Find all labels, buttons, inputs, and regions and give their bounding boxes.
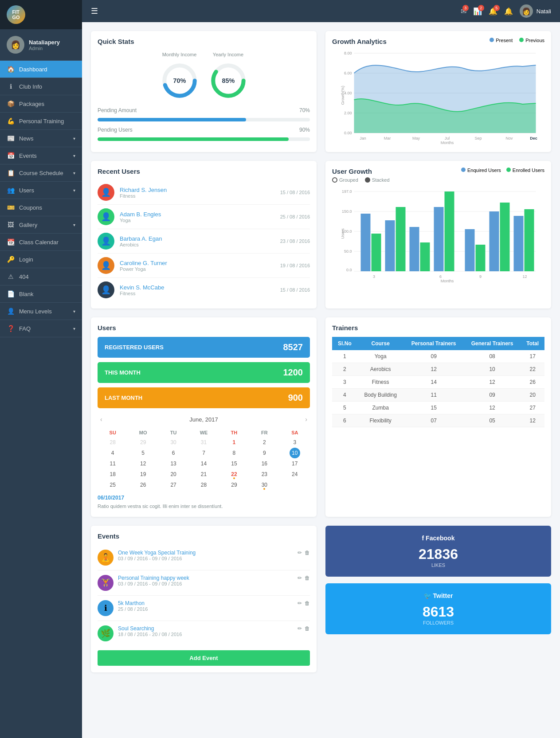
sidebar-item-blank[interactable]: 📄 Blank xyxy=(0,285,82,302)
alert-badge: 5 xyxy=(493,5,500,11)
cal-day[interactable]: 11 xyxy=(98,458,128,469)
sidebar-item-coupons[interactable]: 🎫 Coupons xyxy=(0,199,82,216)
user-item: 👤 Richard S. Jensen Fitness 15 / 08 / 20… xyxy=(98,180,310,205)
cal-day[interactable]: 25 xyxy=(98,480,128,490)
cal-day[interactable]: 30 xyxy=(249,480,279,490)
user-details: Caroline G. Turner Power Yoga xyxy=(120,260,275,272)
delete-event-button[interactable]: 🗑 xyxy=(305,575,310,581)
user-name[interactable]: Barbara A. Egan xyxy=(120,235,275,242)
legend-enquired: Enquired Users xyxy=(461,168,501,173)
sidebar-item-gallery[interactable]: 🖼 Gallery ▾ xyxy=(0,216,82,233)
cal-next-btn[interactable]: › xyxy=(302,415,310,424)
sidebar-item-faq[interactable]: ❓ FAQ ▾ xyxy=(0,320,82,337)
sidebar-item-news[interactable]: 📰 News ▾ xyxy=(0,130,82,147)
cal-day[interactable]: 14 xyxy=(188,458,219,469)
pending-users-row: Pending Users 90% xyxy=(98,127,310,141)
cal-day[interactable]: 22 xyxy=(219,469,249,480)
cal-day[interactable]: 18 xyxy=(98,469,128,480)
delete-event-button[interactable]: 🗑 xyxy=(305,600,310,606)
sidebar-item-events[interactable]: 📅 Events ▾ xyxy=(0,147,82,164)
cal-day[interactable]: 1 xyxy=(219,437,249,448)
twitter-card: 🐦 Twitter 8613 FOLLOWERS xyxy=(325,583,551,634)
cal-day[interactable]: 8 xyxy=(219,448,249,458)
sidebar-item-menu-levels[interactable]: 👤 Menu Levels ▾ xyxy=(0,303,82,320)
cal-day[interactable]: 29 xyxy=(219,480,249,490)
notif-icon[interactable]: 🔔 xyxy=(504,8,513,15)
cal-day[interactable]: 28 xyxy=(188,480,219,490)
cal-day[interactable] xyxy=(280,480,310,490)
cal-day[interactable]: 30 xyxy=(158,437,188,448)
sidebar-item-course-schedule[interactable]: 📋 Course Schedule ▾ xyxy=(0,164,82,181)
user-date: 19 / 08 / 2016 xyxy=(280,263,310,268)
sidebar-item-personal-training[interactable]: 💪 Personal Training xyxy=(0,113,82,129)
facebook-sub: LIKES xyxy=(334,562,542,568)
event-name[interactable]: Personal Training happy week xyxy=(118,575,293,581)
cal-day[interactable]: 19 xyxy=(128,469,158,480)
add-event-button[interactable]: Add Event xyxy=(98,650,310,666)
cal-day[interactable]: 5 xyxy=(128,448,158,458)
edit-event-button[interactable]: ✏ xyxy=(298,550,302,556)
cal-day[interactable]: 2 xyxy=(249,437,279,448)
sidebar-item-dashboard[interactable]: 🏠 Dashboard xyxy=(0,61,82,78)
td-total: 12 xyxy=(521,414,544,427)
cal-day[interactable]: 9 xyxy=(249,448,279,458)
event-name[interactable]: 5k Marthon xyxy=(118,600,293,606)
pending-users-pct: 90% xyxy=(299,127,310,133)
topbar-user[interactable]: 👩 Natali xyxy=(520,4,551,18)
user-name[interactable]: Richard S. Jensen xyxy=(120,187,275,193)
svg-text:4.00: 4.00 xyxy=(344,91,352,95)
cal-prev-btn[interactable]: ‹ xyxy=(98,415,105,424)
user-name[interactable]: Adam B. Engles xyxy=(120,211,275,218)
edit-event-button[interactable]: ✏ xyxy=(298,600,302,606)
cal-day[interactable]: 23 xyxy=(249,469,279,480)
edit-event-button[interactable]: ✏ xyxy=(298,575,302,581)
row-2: Recent Users 👤 Richard S. Jensen Fitness… xyxy=(91,161,551,308)
cal-day[interactable]: 12 xyxy=(128,458,158,469)
user-name[interactable]: Kevin S. McCabe xyxy=(120,284,275,291)
delete-event-button[interactable]: 🗑 xyxy=(305,550,310,556)
cal-day[interactable]: 28 xyxy=(98,437,128,448)
table-row: 4 Body Building 11 09 20 xyxy=(332,389,544,402)
recent-users-title: Recent Users xyxy=(98,168,310,175)
cal-day[interactable]: 20 xyxy=(158,469,188,480)
cal-day[interactable]: 7 xyxy=(188,448,219,458)
cal-day[interactable]: 3 xyxy=(280,437,310,448)
cal-day[interactable]: 26 xyxy=(128,480,158,490)
delete-event-button[interactable]: 🗑 xyxy=(305,625,310,632)
td-no: 4 xyxy=(332,389,357,402)
row-1: Quick Stats Monthly Income 70% Yearly In… xyxy=(91,31,551,152)
cal-day[interactable]: 13 xyxy=(158,458,188,469)
event-actions: ✏ 🗑 xyxy=(298,550,310,556)
event-name[interactable]: Soul Searching xyxy=(118,625,293,632)
cal-day[interactable]: 29 xyxy=(128,437,158,448)
cal-day[interactable]: 6 xyxy=(158,448,188,458)
cal-day[interactable]: 31 xyxy=(188,437,219,448)
cal-day[interactable]: 21 xyxy=(188,469,219,480)
hamburger-icon[interactable]: ☰ xyxy=(91,6,98,16)
cal-day[interactable]: 10 xyxy=(290,448,300,458)
sidebar-item-login[interactable]: 🔑 Login xyxy=(0,251,82,268)
sidebar-item-packages[interactable]: 📦 Packages xyxy=(0,95,82,112)
sidebar-item-users[interactable]: 👥 Users ▾ xyxy=(0,182,82,199)
user-name[interactable]: Caroline G. Turner xyxy=(120,260,275,266)
cal-day[interactable]: 4 xyxy=(98,448,128,458)
cal-day[interactable]: 27 xyxy=(158,480,188,490)
cal-day[interactable]: 17 xyxy=(280,458,310,469)
calendar-wrap: ‹ June, 2017 › SU MO TU WE TH FR SA xyxy=(98,415,310,510)
pending-amount-bar xyxy=(98,118,310,121)
stacked-option[interactable]: Stacked xyxy=(365,177,390,183)
td-total: 27 xyxy=(521,402,544,414)
event-name[interactable]: One Week Yoga Special Training xyxy=(118,550,293,556)
cal-sun: SU xyxy=(98,428,128,437)
cal-day[interactable]: 15 xyxy=(219,458,249,469)
sidebar-item-class-calendar[interactable]: 📆 Class Calendar xyxy=(0,234,82,250)
sidebar-item-club-info[interactable]: ℹ Club Info xyxy=(0,78,82,95)
sidebar-nav: 🏠 Dashboard ℹ Club Info 📦 Packages 💪 Per… xyxy=(0,61,82,337)
sidebar-item-404[interactable]: ⚠ 404 xyxy=(0,268,82,285)
edit-event-button[interactable]: ✏ xyxy=(298,625,302,632)
td-total: 26 xyxy=(521,376,544,389)
grouped-option[interactable]: Grouped xyxy=(332,177,358,183)
nav-icon: 🏠 xyxy=(7,66,15,73)
cal-day[interactable]: 24 xyxy=(280,469,310,480)
cal-day[interactable]: 16 xyxy=(249,458,279,469)
